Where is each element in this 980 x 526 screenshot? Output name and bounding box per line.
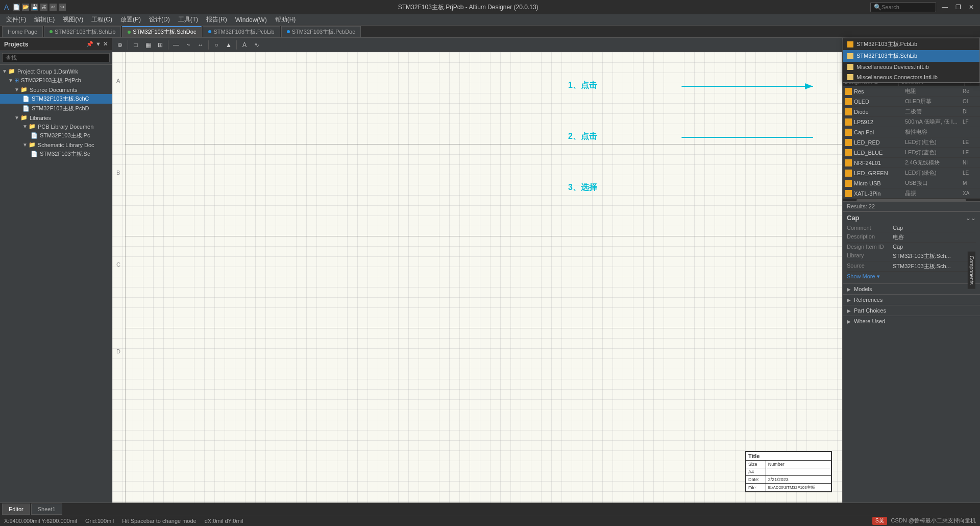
comp-row-microusb[interactable]: Micro USB USB接口 M <box>843 178 980 188</box>
tool-curve-btn[interactable]: ~ <box>183 39 194 51</box>
menu-edit[interactable]: 编辑(E) <box>30 14 59 25</box>
new-icon[interactable]: 📄 <box>13 4 20 11</box>
dropdown-item-misc-devices-label: Miscellaneous Devices.IntLib <box>856 64 929 70</box>
source-docs-group[interactable]: ▼ 📁 Source Documents <box>0 85 112 94</box>
bottom-tab-sheet1[interactable]: Sheet1 <box>31 504 62 515</box>
annotation-2: 2、点击 <box>568 131 597 142</box>
global-search-input[interactable] <box>881 4 933 10</box>
tree-item-pcbdoc[interactable]: 📄 STM32F103主板.PcbD <box>0 104 112 113</box>
project-item[interactable]: ▼ ⊞ STM32F103主板.PrjPcb <box>0 76 112 85</box>
tab-pcbdoc-label: STM32F103主板.PcbDoc <box>292 28 355 36</box>
references-section[interactable]: ▶ References <box>843 294 980 305</box>
panel-menu-icon[interactable]: ▼ <box>95 41 101 47</box>
menu-reports[interactable]: 报告(R) <box>202 14 231 25</box>
comp-desc-lp5912: 500mA 低噪声, 低 I... <box>905 118 963 126</box>
app-logo-icon: A <box>4 3 9 11</box>
menu-window[interactable]: Window(W) <box>231 15 271 25</box>
component-results-count: Results: 22 <box>843 202 980 211</box>
title-block-file-label: File: <box>746 484 766 492</box>
comp-fp-res: Re <box>963 88 978 94</box>
comp-name-ledgreen: LED_GREEN <box>854 170 905 176</box>
tab-schdoc[interactable]: STM32F103主板.SchDoc <box>122 26 202 37</box>
menu-file[interactable]: 文件(F) <box>2 14 30 25</box>
models-section-label: Models <box>854 286 872 292</box>
dropdown-item-pcblib[interactable]: STM32F103主板.PcbLib <box>843 38 979 50</box>
show-more-button[interactable]: Show More ▾ <box>847 272 976 281</box>
tab-pcblib[interactable]: STM32F103主板.PcbLib <box>203 26 280 37</box>
save-icon[interactable]: 💾 <box>31 4 38 11</box>
panel-close-icon[interactable]: ✕ <box>103 41 108 47</box>
comp-row-res[interactable]: Res 电阻 Re <box>843 86 980 97</box>
comp-row-oled[interactable]: OLED OLED屏幕 OI <box>843 97 980 107</box>
comp-name-diode: Diode <box>854 109 905 115</box>
comp-desc-oled: OLED屏幕 <box>905 98 963 105</box>
csdn-badge: S英 <box>872 517 887 525</box>
tab-dot-schlib <box>50 30 53 33</box>
comp-name-res: Res <box>854 88 905 94</box>
global-search-box[interactable]: 🔍 <box>870 2 936 12</box>
tab-pcbdoc[interactable]: STM32F103主板.PcbDoc <box>281 26 361 37</box>
tree-item-pcblib[interactable]: 📄 STM32F103主板.Pc <box>0 131 112 140</box>
where-used-section[interactable]: ▶ Where Used <box>843 316 980 326</box>
canvas-area: ⊕ □ ▦ ⊞ — ~ ↔ ○ ▲ A ∿ A B C D <box>112 38 842 503</box>
project-group-item[interactable]: ▼ 📁 Project Group 1.DsnWrk <box>0 67 112 76</box>
toolbar-sep-1 <box>128 40 128 50</box>
comp-row-ledred[interactable]: LED_RED LED灯(红色) LE <box>843 137 980 148</box>
menu-design[interactable]: 设计(D) <box>145 14 174 25</box>
comp-icon-ledred <box>845 139 852 146</box>
tool-rect-btn[interactable]: □ <box>130 39 141 51</box>
comp-row-nrf24l01[interactable]: NRF24L01 2.4G无线模块 NI <box>843 158 980 168</box>
tool-resize-btn[interactable]: ⊞ <box>155 39 166 51</box>
dropdown-item-misc-connectors-label: Miscellaneous Connectors.IntLib <box>856 74 938 80</box>
menu-place[interactable]: 放置(P) <box>116 14 145 25</box>
redo-icon[interactable]: ↪ <box>59 4 66 11</box>
part-choices-section[interactable]: ▶ Part Choices <box>843 305 980 316</box>
project-icon: ⊞ <box>14 77 19 84</box>
tool-arrow-btn[interactable]: ↔ <box>195 39 206 51</box>
sch-lib-group[interactable]: ▼ 📁 Schematic Library Doc <box>0 140 112 149</box>
dropdown-item-schlib[interactable]: STM32F103主板.SchLib <box>843 50 979 62</box>
comp-name-ledblue: LED_BLUE <box>854 150 905 156</box>
panel-pin-icon[interactable]: 📌 <box>86 41 93 47</box>
open-icon[interactable]: 📂 <box>22 4 29 11</box>
comp-fp-xatl: XA <box>963 190 978 196</box>
tool-cross-btn[interactable]: ⊕ <box>114 39 126 51</box>
comp-row-lp5912[interactable]: LP5912 500mA 低噪声, 低 I... LF <box>843 117 980 127</box>
comp-details-expand-icon[interactable]: ⌄⌄ <box>966 214 976 222</box>
status-grid: Grid:100mil <box>85 518 114 524</box>
menu-tools[interactable]: 工具(T) <box>174 14 202 25</box>
comp-row-ledblue[interactable]: LED_BLUE LED灯(蓝色) LE <box>843 148 980 158</box>
tool-wave-btn[interactable]: ∿ <box>251 39 262 51</box>
print-icon[interactable]: 🖨 <box>40 4 47 11</box>
dropdown-item-misc-devices[interactable]: Miscellaneous Devices.IntLib <box>843 62 979 72</box>
close-button[interactable]: ✕ <box>967 3 976 12</box>
tool-triangle-btn[interactable]: ▲ <box>223 39 234 51</box>
tab-schlib[interactable]: STM32F103主板.SchLib <box>44 26 121 37</box>
tool-circle-btn[interactable]: ○ <box>211 39 222 51</box>
comp-row-ledgreen[interactable]: LED_GREEN LED灯(绿色) LE <box>843 168 980 178</box>
models-section[interactable]: ▶ Models <box>843 283 980 294</box>
pcb-lib-group[interactable]: ▼ 📁 PCB Library Documen <box>0 122 112 131</box>
menu-project[interactable]: 工程(C) <box>87 14 116 25</box>
comp-row-cappol[interactable]: Cap Pol 极性电容 <box>843 127 980 137</box>
tool-line-btn[interactable]: — <box>170 39 182 51</box>
menu-help[interactable]: 帮助(H) <box>271 14 300 25</box>
comp-row-xatl[interactable]: XATL-3Pin 晶振 XA <box>843 188 980 199</box>
minimize-button[interactable]: — <box>940 3 949 12</box>
libraries-group[interactable]: ▼ 📁 Libraries <box>0 113 112 122</box>
maximize-button[interactable]: ❐ <box>953 3 963 12</box>
components-vertical-label[interactable]: Components <box>968 252 975 289</box>
tool-text-btn[interactable]: A <box>239 39 250 51</box>
tab-home[interactable]: Home Page <box>2 26 43 37</box>
where-used-section-label: Where Used <box>854 318 885 324</box>
schematic-toolbar: ⊕ □ ▦ ⊞ — ~ ↔ ○ ▲ A ∿ <box>112 38 842 52</box>
tree-item-schlib[interactable]: 📄 STM32F103主板.Sc <box>0 149 112 159</box>
comp-row-diode[interactable]: Diode 二极管 Di <box>843 107 980 117</box>
menu-view[interactable]: 视图(V) <box>59 14 87 25</box>
dropdown-item-misc-connectors[interactable]: Miscellaneous Connectors.IntLib <box>843 72 979 82</box>
tool-grid-btn[interactable]: ▦ <box>142 39 154 51</box>
undo-icon[interactable]: ↩ <box>50 4 57 11</box>
projects-search-input[interactable] <box>2 53 110 62</box>
bottom-tab-editor[interactable]: Editor <box>2 504 30 515</box>
tree-item-schdoc[interactable]: 📄 STM32F103主板.SchC <box>0 94 112 104</box>
